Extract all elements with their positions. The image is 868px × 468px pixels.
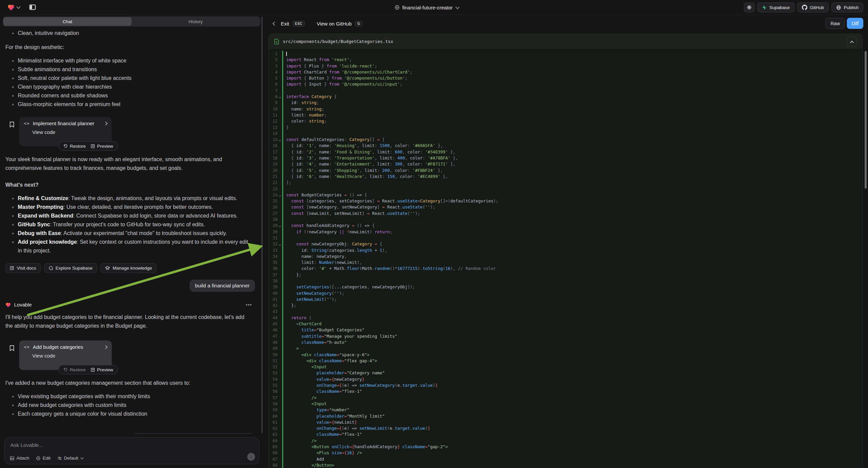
fold-gutter	[277, 204, 282, 210]
fold-gutter	[277, 143, 282, 149]
list-item: Soft, neutral color palette with light b…	[11, 74, 131, 83]
chevron-down-icon	[81, 456, 84, 459]
view-code-link[interactable]: View code	[32, 129, 107, 135]
version-card-implement-financial-planner[interactable]: <> Implement financial planner View code…	[19, 117, 112, 146]
preview-button[interactable]: Preview	[91, 367, 113, 372]
line-number: 68	[269, 462, 277, 468]
view-code-link[interactable]: View code	[32, 353, 107, 358]
fold-toggle-icon[interactable]	[277, 192, 282, 198]
line-number: 53	[269, 370, 277, 376]
line-number: 56	[269, 388, 277, 394]
fold-toggle-icon[interactable]	[277, 137, 282, 143]
assistant-header: Lovable •••	[5, 302, 252, 308]
version-card-row: <> Add budget categories View code Resto…	[9, 341, 112, 370]
fold-gutter	[277, 174, 282, 180]
code-scrollbar[interactable]	[865, 51, 867, 189]
list-item: Add project knowledge: Set key context o…	[11, 238, 252, 255]
send-button[interactable]: ↑	[247, 453, 255, 461]
code-text: const defaultCategories: Category[] = [	[283, 137, 385, 143]
raw-toggle-button[interactable]: Raw	[826, 18, 845, 29]
line-number: 17	[269, 149, 277, 155]
bookmark-icon[interactable]	[9, 345, 14, 351]
restore-button[interactable]: Restore	[63, 367, 86, 372]
file-header[interactable]: src/components/budget/BudgetCategories.t…	[269, 34, 862, 49]
list-item: View existing budget categories with the…	[11, 392, 150, 401]
fold-gutter	[277, 431, 282, 437]
fold-toggle-icon[interactable]	[277, 223, 282, 229]
list-item: Each category gets a unique color for vi…	[11, 410, 150, 418]
collapse-file-button[interactable]	[847, 37, 857, 47]
fold-gutter	[277, 462, 282, 468]
line-number: 46	[269, 327, 277, 333]
code-text: limit: number;	[283, 112, 327, 118]
code-text: className="flex-1"	[283, 431, 362, 437]
version-card-add-budget-categories[interactable]: <> Add budget categories View code Resto…	[19, 341, 112, 370]
code-text: type="number"	[283, 407, 349, 413]
fold-toggle-icon[interactable]	[277, 94, 282, 100]
fold-gutter	[277, 352, 282, 358]
publish-button[interactable]: Publish	[831, 2, 863, 12]
line-number: 33	[269, 247, 277, 254]
line-number: 39	[269, 284, 277, 290]
preview-button[interactable]: Preview	[91, 144, 113, 149]
fold-gutter	[277, 413, 282, 419]
line-number: 49	[269, 346, 277, 351]
supabase-button[interactable]: Supabase	[757, 2, 795, 12]
settings-button[interactable]	[744, 2, 754, 12]
diff-toggle-button[interactable]: Diff	[847, 18, 863, 29]
code-text: <div className="flex gap-4">	[283, 358, 377, 364]
code-text	[283, 88, 286, 94]
view-on-github-link[interactable]: View on GitHub	[317, 21, 352, 27]
fold-gutter	[277, 130, 282, 137]
line-number: 2	[269, 57, 277, 63]
code-file-card: src/components/budget/BudgetCategories.t…	[269, 34, 863, 468]
attach-button[interactable]: Attach	[10, 456, 29, 461]
chat-scrollbar[interactable]	[261, 17, 263, 433]
code-lines[interactable]: 12import React from 'react';3import { Pl…	[269, 49, 862, 468]
line-number: 24	[269, 192, 277, 198]
fold-gutter	[277, 161, 282, 167]
tab-chat[interactable]: Chat	[3, 17, 131, 26]
manage-knowledge-button[interactable]: Manage knowledge	[101, 263, 156, 273]
project-switcher[interactable]: financial-future-creator	[394, 0, 458, 15]
code-line: 51 <div className="flex gap-4">	[269, 358, 862, 364]
fold-gutter	[277, 266, 282, 272]
code-line: 57 />	[269, 395, 862, 401]
code-line: 11 limit: number;	[269, 112, 862, 118]
line-number: 37	[269, 272, 277, 278]
chat-composer[interactable]: Ask Lovable... Attach Edit Default ↑	[4, 437, 259, 464]
whats-next-heading: What's next?	[5, 181, 39, 189]
fold-gutter	[277, 395, 282, 401]
exit-button[interactable]: Exit	[281, 21, 289, 27]
code-text: { id: '5', name: 'Shopping', limit: 200,…	[283, 168, 443, 174]
more-options-icon[interactable]: •••	[246, 302, 252, 308]
tab-history[interactable]: History	[131, 17, 260, 26]
restore-button[interactable]: Restore	[63, 144, 86, 149]
code-text: Add	[283, 456, 324, 462]
assistant-text: Your sleek financial planner is now read…	[5, 155, 252, 173]
code-text: name: string;	[283, 106, 324, 112]
visit-docs-button[interactable]: Visit docs	[5, 263, 40, 273]
explore-supabase-button[interactable]: Explore Supabase	[44, 263, 97, 273]
chat-message-list[interactable]: Clean, intuitive navigation For the desi…	[0, 27, 262, 434]
bookmark-icon[interactable]	[9, 121, 14, 127]
fold-gutter	[277, 419, 282, 426]
code-line: 26 const [newCategory, setNewCategory] =…	[269, 204, 862, 210]
code-line: 15const defaultCategories: Category[] = …	[269, 137, 862, 143]
code-line: 56 className="flex-1"	[269, 388, 862, 394]
fold-gutter	[277, 81, 282, 87]
lovable-logo-menu[interactable]	[7, 4, 20, 11]
code-text: const handleAddCategory = () => {	[283, 223, 374, 229]
code-line: 35 limit: Number(newLimit),	[269, 260, 862, 266]
github-button[interactable]: GitHub	[797, 2, 829, 12]
code-line: 6import { Input } from '@/components/ui/…	[269, 81, 862, 87]
sidebar-toggle-button[interactable]	[28, 2, 38, 12]
lovable-heart-icon	[5, 302, 11, 308]
edit-mode-button[interactable]: Edit	[36, 456, 50, 461]
chat-input[interactable]: Ask Lovable...	[10, 442, 43, 448]
fold-toggle-icon[interactable]	[277, 241, 282, 247]
code-icon: <>	[24, 121, 30, 126]
fold-gutter	[277, 124, 282, 130]
model-selector[interactable]: Default	[57, 456, 84, 461]
code-text: { id: '4', name: 'Entertainment', limit:…	[283, 161, 455, 167]
